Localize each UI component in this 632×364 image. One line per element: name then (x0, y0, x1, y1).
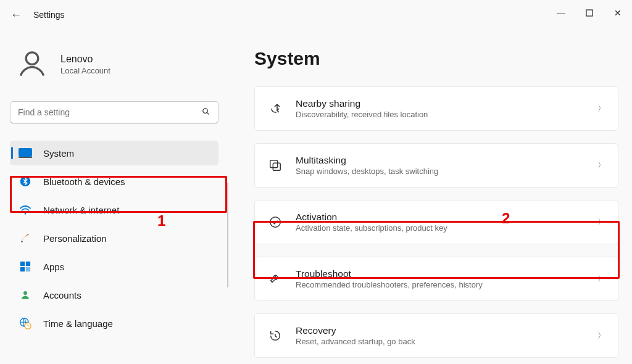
svg-rect-4 (19, 148, 32, 157)
chevron-right-icon: 〉 (597, 103, 605, 114)
card-title: Recovery (296, 325, 585, 336)
display-icon (19, 146, 32, 160)
card-title: Nearby sharing (296, 98, 585, 109)
card-title: Activation (296, 212, 585, 223)
annotation-number-2: 2 (502, 210, 510, 227)
account-block[interactable]: Lenovo Local Account (15, 47, 218, 81)
svg-point-7 (25, 213, 27, 215)
wifi-icon (19, 203, 32, 217)
window-controls: — ✕ (547, 0, 632, 26)
nav-label: Apps (43, 262, 64, 272)
search-box[interactable] (10, 101, 218, 123)
nav-label: System (43, 148, 74, 159)
minimize-button[interactable]: — (547, 0, 575, 26)
window-title: Settings (33, 10, 65, 20)
nav-label: Personalization (43, 233, 107, 244)
card-troubleshoot[interactable]: Troubleshoot Recommended troubleshooters… (254, 257, 618, 301)
check-circle-icon (267, 214, 283, 230)
chevron-right-icon: 〉 (597, 217, 605, 228)
nav-time[interactable]: Time & language (10, 311, 218, 336)
chevron-right-icon: 〉 (597, 160, 605, 171)
multitask-icon (267, 157, 283, 173)
account-name: Lenovo (60, 54, 110, 65)
wrench-icon (267, 271, 283, 287)
main-content: System Nearby sharing Discoverability, r… (228, 30, 632, 364)
card-title: Multitasking (296, 155, 585, 166)
card-nearby-sharing[interactable]: Nearby sharing Discoverability, received… (254, 86, 618, 131)
nav-label: Accounts (43, 290, 81, 300)
nav-label: Bluetooth & devices (43, 176, 125, 187)
search-icon (201, 107, 210, 118)
maximize-button[interactable] (575, 0, 604, 26)
svg-rect-8 (20, 262, 25, 266)
svg-rect-16 (273, 163, 280, 170)
nav-list: System Bluetooth & devices Network & int… (10, 141, 218, 336)
titlebar: ← Settings (0, 0, 632, 30)
chevron-right-icon: 〉 (597, 330, 605, 341)
card-sub: Snap windows, desktops, task switching (296, 167, 585, 176)
globe-clock-icon (19, 316, 32, 330)
nav-personalization[interactable]: Personalization (10, 226, 218, 250)
close-button[interactable]: ✕ (604, 0, 632, 26)
card-sub: Reset, advanced startup, go back (296, 337, 585, 346)
card-sub: Discoverability, received files location (296, 110, 585, 119)
svg-point-12 (23, 291, 27, 295)
page-title: System (254, 48, 618, 69)
account-sub: Local Account (60, 66, 110, 75)
card-activation[interactable]: Activation Activation state, subscriptio… (254, 200, 618, 244)
nav-accounts[interactable]: Accounts (10, 283, 218, 307)
svg-point-17 (270, 217, 281, 228)
svg-rect-15 (270, 160, 278, 168)
nav-apps[interactable]: Apps (10, 254, 218, 279)
recovery-icon (267, 328, 283, 344)
apps-icon (19, 260, 32, 273)
svg-point-1 (26, 52, 38, 65)
svg-rect-0 (586, 10, 592, 16)
card-recovery[interactable]: Recovery Reset, advanced startup, go bac… (254, 313, 618, 358)
sidebar: Lenovo Local Account System Bluetooth & … (0, 30, 228, 364)
nav-label: Network & internet (43, 205, 119, 215)
share-icon (267, 101, 283, 117)
svg-rect-9 (26, 262, 30, 266)
nav-system[interactable]: System (10, 141, 218, 165)
chevron-right-icon: 〉 (597, 273, 605, 284)
nav-network[interactable]: Network & internet (10, 197, 218, 222)
person-icon (19, 288, 32, 302)
card-sub: Recommended troubleshooters, preferences… (296, 280, 585, 289)
back-button[interactable]: ← (4, 9, 28, 22)
svg-rect-10 (20, 267, 25, 271)
svg-point-2 (203, 109, 208, 114)
card-sub: Activation state, subscriptions, product… (296, 223, 585, 233)
avatar-icon (15, 47, 49, 81)
bluetooth-icon (19, 175, 32, 188)
nav-label: Time & language (43, 318, 113, 329)
card-title: Troubleshoot (296, 268, 585, 279)
brush-icon (19, 231, 32, 245)
svg-rect-11 (26, 267, 30, 271)
card-multitasking[interactable]: Multitasking Snap windows, desktops, tas… (254, 143, 618, 188)
annotation-number-1: 1 (157, 212, 165, 230)
svg-line-3 (207, 112, 209, 114)
search-input[interactable] (18, 107, 201, 117)
nav-bluetooth[interactable]: Bluetooth & devices (10, 169, 218, 194)
svg-rect-5 (19, 157, 32, 158)
